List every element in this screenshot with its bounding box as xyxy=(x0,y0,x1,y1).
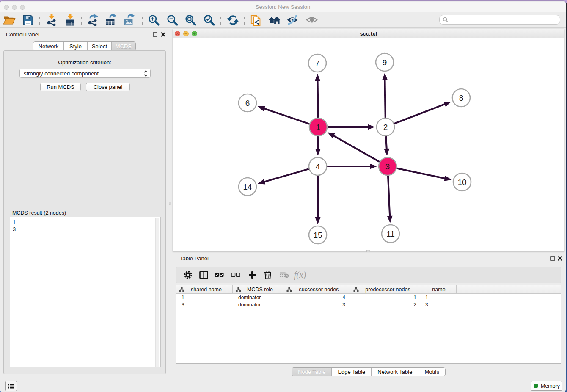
table-row[interactable]: 3 dominator 3 2 3 xyxy=(176,301,561,308)
network-window-title: scc.txt xyxy=(173,30,564,37)
zoom-selected-button[interactable] xyxy=(201,13,217,27)
column-label: name xyxy=(432,287,445,293)
graph-node-label-8: 8 xyxy=(459,94,464,102)
table-settings-button[interactable] xyxy=(181,267,195,283)
graph-edge-4-14[interactable] xyxy=(264,169,308,182)
cell-successor-nodes[interactable]: 4 xyxy=(284,295,350,301)
tab-network[interactable]: Network xyxy=(33,42,63,50)
refresh-button[interactable] xyxy=(224,13,241,27)
tab-motifs[interactable]: Motifs xyxy=(418,368,445,376)
close-panel-button[interactable] xyxy=(160,31,166,37)
tab-style[interactable]: Style xyxy=(63,42,87,50)
open-session-button[interactable] xyxy=(1,13,18,27)
zoom-in-button[interactable] xyxy=(145,13,162,27)
zoom-fit-icon xyxy=(184,14,197,26)
tab-mcds[interactable]: MCDS xyxy=(111,42,135,50)
graph-edge-1-7[interactable] xyxy=(318,80,318,118)
toolbar-separator xyxy=(39,14,40,25)
task-history-button[interactable] xyxy=(5,381,17,391)
criterion-select[interactable]: strongly connected component xyxy=(19,69,151,78)
close-icon xyxy=(558,256,562,261)
network-canvas[interactable]: 7968124314101511 xyxy=(173,38,564,251)
hide-selected-button[interactable] xyxy=(284,13,301,27)
table-panel: Table Panel xyxy=(173,254,564,378)
memory-button[interactable]: Memory xyxy=(531,381,562,391)
column-header-name[interactable]: name xyxy=(421,285,457,293)
zoom-out-button[interactable] xyxy=(164,13,181,27)
create-column-button[interactable] xyxy=(245,267,259,283)
unselect-all-columns-button[interactable] xyxy=(228,267,243,283)
mcds-result-line: 3 xyxy=(10,226,160,233)
export-image-button[interactable] xyxy=(121,13,138,27)
cell-predecessor-nodes[interactable]: 1 xyxy=(350,295,421,301)
graph-edge-1-6[interactable] xyxy=(264,108,309,124)
tab-select[interactable]: Select xyxy=(87,42,111,50)
graph-edge-2-3[interactable] xyxy=(386,136,387,149)
delete-column-button[interactable] xyxy=(261,267,275,283)
vertical-splitter-handle[interactable] xyxy=(169,202,171,205)
graph-node-label-2: 2 xyxy=(383,123,388,132)
cell-name[interactable]: 1 xyxy=(421,295,457,301)
delete-table-button-disabled[interactable] xyxy=(277,267,291,283)
table-float-panel-button[interactable] xyxy=(550,255,556,261)
graph-node-label-15: 15 xyxy=(313,231,322,240)
graph-arrowhead-2-8 xyxy=(443,102,451,107)
function-builder-button-disabled[interactable]: f(x) xyxy=(293,267,307,283)
graph-edge-3-10[interactable] xyxy=(397,168,446,179)
search-box[interactable] xyxy=(439,15,560,25)
export-table-button[interactable] xyxy=(102,13,119,27)
graph-arrowhead-3-10 xyxy=(444,176,452,181)
cell-shared-name[interactable]: 3 xyxy=(176,302,233,308)
cell-successor-nodes[interactable]: 3 xyxy=(284,302,350,308)
close-panel-action-button[interactable]: Close panel xyxy=(86,83,130,91)
column-tree-icon xyxy=(236,287,241,292)
export-network-button[interactable] xyxy=(84,13,101,27)
run-mcds-button[interactable]: Run MCDS xyxy=(40,83,81,91)
graph-edge-2-8[interactable] xyxy=(394,104,446,124)
save-session-button[interactable] xyxy=(19,13,36,27)
graph-edge-3-1[interactable] xyxy=(333,135,380,162)
export-image-icon xyxy=(123,14,135,26)
plus-icon xyxy=(248,271,256,279)
duplicate-network-button[interactable] xyxy=(248,13,265,27)
graph-edge-3-11[interactable] xyxy=(388,176,390,217)
float-icon xyxy=(153,32,157,37)
column-header-shared-name[interactable]: shared name xyxy=(176,285,233,293)
import-table-button[interactable] xyxy=(62,13,79,27)
graph-edge-2-9[interactable] xyxy=(385,79,385,118)
graph-arrowhead-1-4 xyxy=(315,149,321,156)
home-layout-button[interactable] xyxy=(266,13,283,27)
table-row[interactable]: 1 dominator 4 1 1 xyxy=(176,294,561,301)
tab-node-table[interactable]: Node Table xyxy=(292,368,332,376)
search-input[interactable] xyxy=(448,16,560,24)
table-close-panel-button[interactable] xyxy=(557,255,563,261)
result-scrollbar[interactable] xyxy=(155,218,159,367)
select-all-columns-button[interactable] xyxy=(212,267,226,283)
horizontal-splitter-handle[interactable] xyxy=(366,250,370,252)
graph-arrowhead-1-6 xyxy=(258,106,265,111)
cell-predecessor-nodes[interactable]: 2 xyxy=(350,302,421,308)
mcds-result-area[interactable]: 1 3 xyxy=(10,217,161,367)
cell-name[interactable]: 3 xyxy=(421,302,457,308)
toolbar-separator xyxy=(220,14,221,25)
tab-network-table[interactable]: Network Table xyxy=(371,368,418,376)
window-titlebar: Session: New Session xyxy=(0,2,566,12)
zoom-fit-button[interactable] xyxy=(182,13,199,27)
select-chevrons-icon xyxy=(143,70,148,78)
cell-shared-name[interactable]: 1 xyxy=(176,295,233,301)
cell-mcds-role[interactable]: dominator xyxy=(233,295,284,301)
tab-edge-table[interactable]: Edge Table xyxy=(331,368,371,376)
zoom-in-icon xyxy=(148,14,160,26)
column-header-successor-nodes[interactable]: successor nodes xyxy=(284,285,350,293)
cell-mcds-role[interactable]: dominator xyxy=(233,302,284,308)
show-all-button[interactable] xyxy=(303,13,320,27)
float-panel-button[interactable] xyxy=(152,31,158,37)
main-toolbar xyxy=(0,12,566,28)
table-panel-title: Table Panel xyxy=(180,255,209,262)
import-network-button[interactable] xyxy=(43,13,60,27)
export-table-icon xyxy=(105,14,117,26)
column-header-mcds-role[interactable]: MCDS role xyxy=(233,285,284,293)
graph-node-label-14: 14 xyxy=(243,182,252,191)
toggle-panes-button[interactable] xyxy=(196,267,211,283)
column-header-predecessor-nodes[interactable]: predecessor nodes xyxy=(350,285,421,293)
